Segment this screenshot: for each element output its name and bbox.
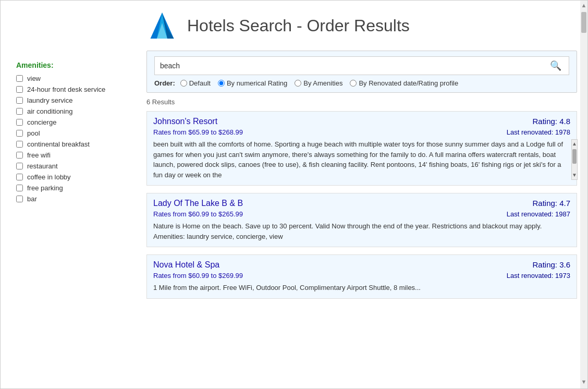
hotel-rates: Rates from $60.99 to $269.99	[153, 272, 243, 279]
app-container: Hotels Search - Order Results Amenities:…	[0, 0, 588, 389]
hotel-renovated: Last renovated: 1987	[507, 210, 570, 218]
hotel-rating: Rating: 4.7	[532, 199, 570, 208]
hotel-name[interactable]: Nova Hotel & Spa	[153, 260, 219, 270]
card-scroll-down[interactable]: ▼	[572, 171, 577, 179]
amenity-item: continental breakfast	[16, 140, 126, 148]
hotel-card-inner: 1 Mile from the airport. Free WiFi, Outd…	[153, 283, 570, 293]
amenity-checkbox[interactable]	[16, 152, 23, 159]
order-radio-by-amenities[interactable]	[295, 80, 301, 87]
hotel-name[interactable]: Lady Of The Lake B & B	[153, 199, 243, 208]
hotel-rates: Rates from $60.99 to $265.99	[153, 210, 243, 218]
amenity-item: bar	[16, 195, 126, 203]
hotel-rates-row: Rates from $60.99 to $269.99Last renovat…	[153, 272, 570, 279]
amenity-label: continental breakfast	[27, 140, 90, 148]
amenities-heading: Amenities:	[16, 61, 126, 69]
amenity-checkbox[interactable]	[16, 185, 23, 191]
order-option-numerical-rating[interactable]: By numerical Rating	[218, 79, 287, 87]
amenity-label: free wifi	[27, 151, 51, 159]
hotel-rating: Rating: 4.8	[532, 117, 570, 126]
hotel-description: 1 Mile from the airport. Free WiFi, Outd…	[153, 283, 570, 293]
search-bar-container: 🔍 Order: DefaultBy numerical RatingBy Am…	[146, 51, 577, 93]
hotel-description: Nature is Home on the beach. Save up to …	[153, 221, 570, 241]
scrollbar-down-icon[interactable]: ▼	[581, 377, 587, 386]
order-option-label: By Renovated date/Rating profile	[359, 79, 458, 87]
order-option-by-amenities[interactable]: By Amenities	[295, 79, 342, 87]
amenity-checkbox[interactable]	[16, 196, 23, 202]
amenity-checkbox[interactable]	[16, 86, 23, 93]
amenity-item: restaurant	[16, 162, 126, 170]
amenity-checkbox[interactable]	[16, 174, 23, 180]
search-row: 🔍	[154, 56, 569, 75]
amenity-label: view	[27, 75, 41, 82]
card-scrollbar[interactable]: ▲▼	[571, 139, 578, 180]
hotel-rating: Rating: 3.6	[532, 260, 570, 269]
hotel-renovated: Last renovated: 1973	[507, 272, 570, 279]
order-option-label: By Amenities	[303, 79, 342, 87]
amenity-label: 24-hour front desk service	[27, 86, 105, 93]
amenity-item: free wifi	[16, 151, 126, 159]
hotel-renovated: Last renovated: 1978	[507, 128, 570, 136]
hotel-card: Lady Of The Lake B & BRating: 4.7Rates f…	[146, 193, 577, 247]
hotel-card-header: Nova Hotel & SpaRating: 3.6	[153, 260, 570, 270]
scrollbar-up-icon[interactable]: ▲	[581, 1, 587, 10]
hotel-description: been built with all the comforts of home…	[153, 139, 570, 180]
page-title: Hotels Search - Order Results	[187, 16, 410, 35]
hotel-rates-row: Rates from $60.99 to $265.99Last renovat…	[153, 210, 570, 218]
amenity-label: bar	[27, 195, 37, 203]
hotel-card-header: Johnson's ResortRating: 4.8	[153, 117, 570, 126]
amenity-item: laundry service	[16, 96, 126, 104]
order-row: Order: DefaultBy numerical RatingBy Amen…	[154, 79, 569, 87]
amenity-label: concierge	[27, 118, 56, 126]
search-button[interactable]: 🔍	[548, 60, 564, 71]
amenity-item: free parking	[16, 184, 126, 192]
hotel-rates: Rates from $65.99 to $268.99	[153, 128, 243, 136]
hotel-name[interactable]: Johnson's Resort	[153, 117, 217, 126]
hotel-card-header: Lady Of The Lake B & BRating: 4.7	[153, 199, 570, 208]
amenity-checkbox[interactable]	[16, 130, 23, 137]
amenity-checkbox[interactable]	[16, 97, 23, 104]
order-radio-numerical-rating[interactable]	[218, 80, 225, 87]
hotel-card: Nova Hotel & SpaRating: 3.6Rates from $6…	[146, 254, 577, 299]
amenity-checkbox[interactable]	[16, 119, 23, 126]
amenity-item: pool	[16, 129, 126, 137]
card-scroll-thumb[interactable]	[572, 149, 577, 164]
hotel-card-inner: been built with all the comforts of home…	[153, 139, 570, 180]
amenity-label: free parking	[27, 184, 63, 192]
order-option-label: By numerical Rating	[227, 79, 287, 87]
header: Hotels Search - Order Results	[1, 1, 587, 51]
card-scroll-up[interactable]: ▲	[572, 140, 577, 148]
amenity-label: laundry service	[27, 96, 72, 104]
order-radio-default[interactable]	[180, 80, 187, 87]
amenity-checkbox[interactable]	[16, 141, 23, 148]
order-label: Order:	[154, 79, 175, 87]
amenity-label: air conditioning	[27, 107, 72, 115]
scrollbar-thumb[interactable]	[581, 12, 586, 33]
amenity-item: coffee in lobby	[16, 173, 126, 181]
hotels-container: Johnson's ResortRating: 4.8Rates from $6…	[146, 111, 577, 299]
order-option-default[interactable]: Default	[180, 79, 211, 87]
amenities-list: view24-hour front desk servicelaundry se…	[16, 75, 126, 203]
main-layout: Amenities: view24-hour front desk servic…	[1, 51, 587, 317]
results-count: 6 Results	[146, 98, 577, 106]
amenity-label: pool	[27, 129, 40, 137]
page-scrollbar[interactable]: ▲ ▼	[580, 1, 587, 388]
amenity-item: 24-hour front desk service	[16, 86, 126, 93]
order-option-renovated-rating[interactable]: By Renovated date/Rating profile	[350, 79, 458, 87]
amenity-label: coffee in lobby	[27, 173, 71, 181]
amenity-item: air conditioning	[16, 107, 126, 115]
amenity-checkbox[interactable]	[16, 108, 23, 115]
amenity-item: view	[16, 75, 126, 82]
order-option-label: Default	[189, 79, 211, 87]
amenity-checkbox[interactable]	[16, 75, 23, 82]
hotel-rates-row: Rates from $65.99 to $268.99Last renovat…	[153, 128, 570, 136]
search-input[interactable]	[160, 62, 548, 70]
hotel-card-inner: Nature is Home on the beach. Save up to …	[153, 221, 570, 241]
app-logo-icon	[146, 10, 178, 41]
amenity-item: concierge	[16, 118, 126, 126]
main-content: 🔍 Order: DefaultBy numerical RatingBy Am…	[136, 51, 587, 317]
amenity-checkbox[interactable]	[16, 163, 23, 169]
hotel-card: Johnson's ResortRating: 4.8Rates from $6…	[146, 111, 577, 186]
amenity-label: restaurant	[27, 162, 58, 170]
sidebar: Amenities: view24-hour front desk servic…	[1, 51, 136, 216]
order-radio-renovated-rating[interactable]	[350, 80, 357, 87]
